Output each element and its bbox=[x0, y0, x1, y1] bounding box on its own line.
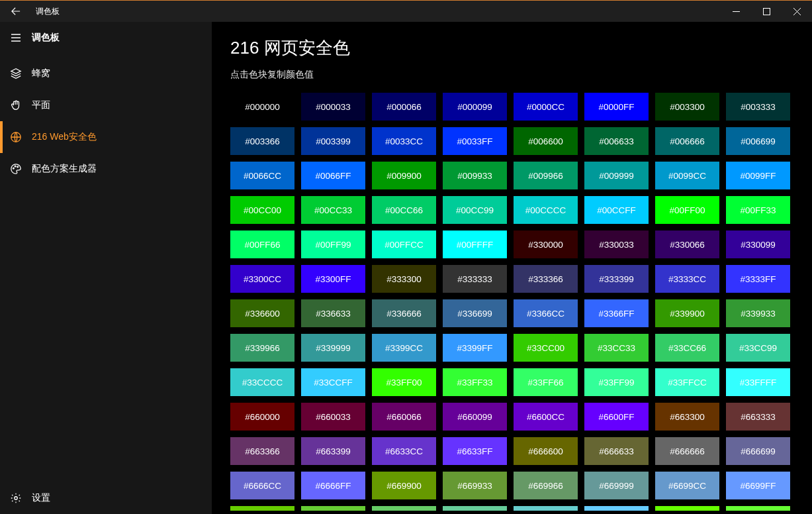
color-swatch[interactable]: #33CCFF bbox=[301, 368, 365, 396]
color-swatch[interactable]: #336666 bbox=[372, 299, 436, 327]
color-swatch[interactable]: #33FF00 bbox=[372, 368, 436, 396]
color-swatch[interactable]: #6633FF bbox=[443, 437, 507, 465]
color-swatch[interactable]: #33CC00 bbox=[514, 334, 578, 362]
color-swatch[interactable]: #66CC33 bbox=[301, 506, 365, 511]
color-swatch[interactable]: #666633 bbox=[584, 437, 649, 465]
color-swatch[interactable]: #330033 bbox=[584, 231, 649, 258]
back-button[interactable] bbox=[0, 1, 32, 22]
color-swatch[interactable]: #00FF00 bbox=[655, 196, 719, 224]
color-swatch[interactable]: #669933 bbox=[443, 472, 507, 499]
color-swatch[interactable]: #339900 bbox=[655, 299, 719, 327]
color-swatch[interactable]: #003399 bbox=[301, 127, 365, 155]
color-swatch[interactable]: #339933 bbox=[726, 299, 790, 327]
color-swatch[interactable]: #339966 bbox=[230, 334, 294, 362]
close-button[interactable] bbox=[782, 1, 812, 22]
color-swatch[interactable]: #006600 bbox=[514, 127, 578, 155]
color-swatch[interactable]: #0099CC bbox=[655, 162, 719, 189]
color-swatch[interactable]: #00CC00 bbox=[230, 196, 294, 224]
color-swatch[interactable]: #66CC00 bbox=[230, 506, 294, 511]
color-swatch[interactable]: #000066 bbox=[372, 93, 436, 121]
color-swatch[interactable]: #0066FF bbox=[301, 162, 365, 189]
color-swatch[interactable]: #666699 bbox=[726, 437, 790, 465]
color-swatch[interactable]: #0000CC bbox=[514, 93, 578, 121]
color-swatch[interactable]: #663399 bbox=[301, 437, 365, 465]
color-swatch[interactable]: #6600FF bbox=[584, 403, 649, 431]
color-swatch[interactable]: #66FF33 bbox=[726, 506, 790, 511]
color-swatch[interactable]: #339999 bbox=[301, 334, 365, 362]
color-swatch[interactable]: #33FF33 bbox=[443, 368, 507, 396]
color-swatch[interactable]: #333300 bbox=[372, 265, 436, 293]
color-swatch[interactable]: #00CC66 bbox=[372, 196, 436, 224]
color-swatch[interactable]: #33FF66 bbox=[514, 368, 578, 396]
color-swatch[interactable]: #669999 bbox=[584, 472, 649, 499]
color-swatch[interactable]: #3300CC bbox=[230, 265, 294, 293]
color-swatch[interactable]: #33CCCC bbox=[230, 368, 294, 396]
color-swatch[interactable]: #6699CC bbox=[655, 472, 719, 499]
color-swatch[interactable]: #660099 bbox=[443, 403, 507, 431]
color-swatch[interactable]: #33CC99 bbox=[726, 334, 790, 362]
color-swatch[interactable]: #00FFFF bbox=[443, 231, 507, 258]
color-swatch[interactable]: #00FF66 bbox=[230, 231, 294, 258]
color-swatch[interactable]: #3333CC bbox=[655, 265, 719, 293]
maximize-button[interactable] bbox=[751, 1, 782, 22]
color-swatch[interactable]: #3366FF bbox=[584, 299, 649, 327]
color-swatch[interactable]: #66FF00 bbox=[655, 506, 719, 511]
color-swatch[interactable]: #333366 bbox=[514, 265, 578, 293]
color-swatch[interactable]: #00CC99 bbox=[443, 196, 507, 224]
color-swatch[interactable]: #330066 bbox=[655, 231, 719, 258]
color-swatch[interactable]: #66CC99 bbox=[443, 506, 507, 511]
color-swatch[interactable]: #333399 bbox=[584, 265, 649, 293]
color-swatch[interactable]: #33FF99 bbox=[584, 368, 649, 396]
color-swatch[interactable]: #006633 bbox=[584, 127, 649, 155]
color-swatch[interactable]: #00CCCC bbox=[514, 196, 578, 224]
color-swatch[interactable]: #0033CC bbox=[372, 127, 436, 155]
color-swatch[interactable]: #0066CC bbox=[230, 162, 294, 189]
color-swatch[interactable]: #003333 bbox=[726, 93, 790, 121]
color-swatch[interactable]: #0000FF bbox=[584, 93, 649, 121]
color-swatch[interactable]: #00FFCC bbox=[372, 231, 436, 258]
color-swatch[interactable]: #00FF33 bbox=[726, 196, 790, 224]
color-swatch[interactable]: #0099FF bbox=[726, 162, 790, 189]
menu-toggle-button[interactable] bbox=[0, 22, 32, 54]
color-swatch[interactable]: #669966 bbox=[514, 472, 578, 499]
color-swatch[interactable]: #006666 bbox=[655, 127, 719, 155]
color-swatch[interactable]: #33FFCC bbox=[655, 368, 719, 396]
color-swatch[interactable]: #000099 bbox=[443, 93, 507, 121]
color-swatch[interactable]: #666600 bbox=[514, 437, 578, 465]
color-swatch[interactable]: #660066 bbox=[372, 403, 436, 431]
color-swatch[interactable]: #663333 bbox=[726, 403, 790, 431]
color-swatch[interactable]: #333333 bbox=[443, 265, 507, 293]
color-swatch[interactable]: #663366 bbox=[230, 437, 294, 465]
color-swatch[interactable]: #33CC66 bbox=[655, 334, 719, 362]
color-swatch[interactable]: #6666CC bbox=[230, 472, 294, 499]
color-swatch[interactable]: #330099 bbox=[726, 231, 790, 258]
color-swatch[interactable]: #336699 bbox=[443, 299, 507, 327]
minimize-button[interactable] bbox=[721, 1, 751, 22]
color-swatch[interactable]: #003366 bbox=[230, 127, 294, 155]
color-swatch[interactable]: #330000 bbox=[514, 231, 578, 258]
sidebar-item-honeycomb[interactable]: 蜂窝 bbox=[0, 58, 212, 89]
color-swatch[interactable]: #3399CC bbox=[372, 334, 436, 362]
sidebar-item-plane[interactable]: 平面 bbox=[0, 89, 212, 121]
color-swatch[interactable]: #6699FF bbox=[726, 472, 790, 499]
color-swatch[interactable]: #00CCFF bbox=[584, 196, 649, 224]
color-swatch[interactable]: #003300 bbox=[655, 93, 719, 121]
color-swatch[interactable]: #660000 bbox=[230, 403, 294, 431]
color-swatch[interactable]: #009900 bbox=[372, 162, 436, 189]
sidebar-item-scheme[interactable]: 配色方案生成器 bbox=[0, 153, 212, 185]
color-swatch[interactable]: #000033 bbox=[301, 93, 365, 121]
color-swatch[interactable]: #336633 bbox=[301, 299, 365, 327]
color-swatch[interactable]: #6633CC bbox=[372, 437, 436, 465]
color-swatch[interactable]: #6600CC bbox=[514, 403, 578, 431]
color-swatch[interactable]: #336600 bbox=[230, 299, 294, 327]
color-swatch[interactable]: #66CCFF bbox=[584, 506, 649, 511]
color-swatch[interactable]: #00CC33 bbox=[301, 196, 365, 224]
color-swatch[interactable]: #3399FF bbox=[443, 334, 507, 362]
color-swatch[interactable]: #666666 bbox=[655, 437, 719, 465]
color-swatch[interactable]: #660033 bbox=[301, 403, 365, 431]
color-swatch[interactable]: #00FF99 bbox=[301, 231, 365, 258]
color-swatch[interactable]: #33FFFF bbox=[726, 368, 790, 396]
color-swatch[interactable]: #009933 bbox=[443, 162, 507, 189]
color-swatch[interactable]: #000000 bbox=[230, 93, 294, 121]
color-swatch[interactable]: #663300 bbox=[655, 403, 719, 431]
